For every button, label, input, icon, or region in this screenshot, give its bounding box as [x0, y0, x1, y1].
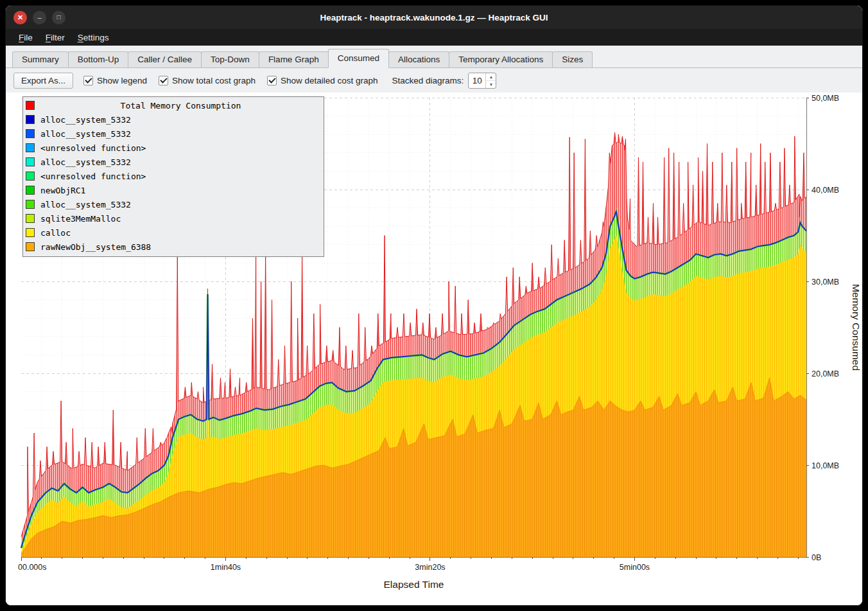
svg-text:40,0MB: 40,0MB [812, 186, 839, 195]
check-icon [85, 76, 92, 83]
legend-item: <unresolved function> [26, 169, 321, 183]
svg-text:10,0MB: 10,0MB [812, 461, 839, 470]
legend-item: newObjRC1 [26, 183, 321, 197]
legend-item: calloc [26, 226, 321, 240]
checkbox-box[interactable] [159, 76, 168, 85]
legend-title-row: Total Memory Consumption [26, 98, 321, 112]
svg-text:Elapsed Time: Elapsed Time [384, 579, 444, 590]
legend-item: <unresolved function> [26, 141, 321, 155]
checkbox-box[interactable] [83, 76, 93, 85]
svg-text:3min20s: 3min20s [415, 563, 445, 572]
legend-item: alloc__system_5332 [26, 112, 321, 127]
tab[interactable]: Caller / Callee [128, 51, 202, 67]
svg-text:Memory Consumed: Memory Consumed [851, 284, 862, 371]
check-icon [268, 76, 275, 83]
stacked-diagrams-label: Stacked diagrams: [392, 76, 464, 85]
tab[interactable]: Top-Down [201, 51, 259, 67]
stacked-diagrams-control: Stacked diagrams: 10 ▲ ▼ [392, 73, 497, 89]
legend-swatch [26, 115, 35, 124]
svg-text:50,0MB: 50,0MB [812, 94, 839, 103]
show-option-checkbox[interactable]: Show detailed cost graph [267, 76, 378, 85]
chart-area: 0B10,0MB20,0MB30,0MB40,0MB50,0MB00.000s1… [6, 93, 862, 605]
legend-swatch [26, 172, 35, 181]
legend-swatch [26, 228, 35, 237]
title-bar[interactable]: ✕ – □ Heaptrack - heaptrack.wakunode.1.g… [6, 6, 862, 29]
spinbox-up-button[interactable]: ▲ [486, 73, 496, 81]
window-controls: ✕ – □ [13, 6, 65, 29]
svg-text:20,0MB: 20,0MB [812, 369, 839, 378]
tab[interactable]: Sizes [552, 51, 593, 67]
legend-item: alloc__system_5332 [26, 197, 321, 211]
svg-text:1min40s: 1min40s [211, 563, 241, 572]
svg-text:00.000s: 00.000s [18, 563, 46, 572]
menu-item[interactable]: Filter [39, 31, 71, 44]
tab[interactable]: Consumed [328, 49, 389, 68]
legend-item: sqlite3MemMalloc [26, 211, 321, 226]
svg-text:30,0MB: 30,0MB [812, 278, 839, 287]
checkbox-box[interactable] [267, 76, 277, 85]
tab-bar: SummaryBottom-UpCaller / CalleeTop-DownF… [6, 46, 862, 68]
spinbox-value[interactable]: 10 [469, 73, 485, 88]
minimize-icon: – [37, 14, 41, 21]
maximize-button[interactable]: □ [52, 11, 65, 24]
check-icon [160, 76, 167, 83]
legend-swatch-total [26, 101, 35, 110]
tab[interactable]: Summary [12, 51, 69, 67]
stacked-diagrams-spinbox[interactable]: 10 ▲ ▼ [468, 73, 496, 89]
menu-item[interactable]: File [12, 31, 39, 44]
spinbox-buttons: ▲ ▼ [485, 73, 496, 88]
legend-swatch [26, 242, 35, 251]
svg-text:5min00s: 5min00s [620, 563, 650, 572]
legend-swatch [26, 129, 35, 138]
legend-item: alloc__system_5332 [26, 155, 321, 169]
tab[interactable]: Flame Graph [259, 51, 329, 67]
legend-item: alloc__system_5332 [26, 127, 321, 141]
tab[interactable]: Temporary Allocations [449, 51, 553, 67]
legend-swatch [26, 200, 35, 209]
export-as-button[interactable]: Export As... [13, 73, 73, 89]
maximize-icon: □ [56, 14, 60, 21]
toolbar: Export As... Show legend Show total cost… [6, 68, 862, 93]
app-window: ✕ – □ Heaptrack - heaptrack.wakunode.1.g… [5, 5, 863, 606]
legend-swatch [26, 143, 35, 152]
legend-title: Total Memory Consumption [40, 101, 321, 111]
show-option-checkbox[interactable]: Show total cost graph [159, 76, 256, 85]
minimize-button[interactable]: – [33, 11, 46, 24]
legend-rows: alloc__system_5332 alloc__system_5332 <u… [26, 112, 321, 254]
menu-item[interactable]: Settings [71, 31, 116, 44]
tab[interactable]: Allocations [388, 51, 449, 67]
show-option-checkbox[interactable]: Show legend [83, 76, 147, 85]
menu-bar: FileFilterSettings [6, 29, 862, 46]
legend-item: rawNewObj__system_6388 [26, 240, 321, 254]
legend-swatch [26, 214, 35, 223]
close-button[interactable]: ✕ [13, 11, 27, 24]
legend-swatch [26, 157, 35, 166]
chart-legend: Total Memory Consumption alloc__system_5… [22, 96, 324, 257]
checkbox-group: Show legend Show total cost graph Show d… [83, 76, 378, 85]
svg-text:0B: 0B [812, 553, 821, 562]
legend-swatch [26, 186, 35, 195]
spinbox-down-button[interactable]: ▼ [486, 81, 496, 88]
close-icon: ✕ [17, 14, 23, 21]
tab[interactable]: Bottom-Up [68, 51, 129, 67]
window-title: Heaptrack - heaptrack.wakunode.1.gz — He… [320, 13, 548, 22]
